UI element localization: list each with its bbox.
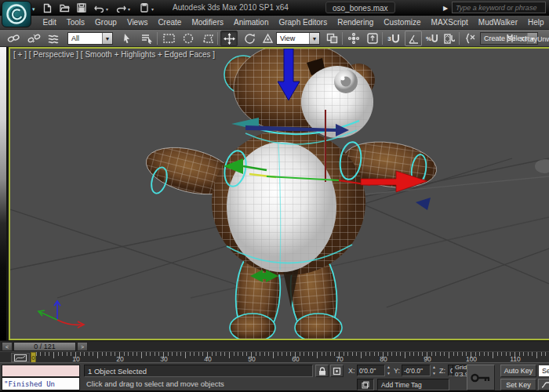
reference-coordsys-value: View — [280, 34, 309, 42]
status-bar: "Finished Un 1 Object Selected Click and… — [0, 362, 549, 392]
spinner-snap-icon[interactable] — [441, 31, 458, 46]
percent-snap-label: % — [426, 35, 431, 42]
circular-region-icon[interactable] — [180, 31, 197, 46]
reference-coordsys-select[interactable]: View ▼ — [276, 32, 320, 45]
3dsmax-window: Autodesk 3ds Max 2010 SP1 x64 oso_bones.… — [0, 0, 549, 392]
y-coord-label: Y: — [394, 367, 400, 375]
menu-customize[interactable]: Customize — [379, 18, 426, 27]
chevron-down-icon[interactable]: ▼ — [102, 33, 112, 44]
menu-animation[interactable]: Animation — [228, 18, 273, 27]
menu-tools[interactable]: Tools — [61, 18, 89, 27]
keyword-search-input[interactable] — [452, 2, 546, 13]
perspective-viewport[interactable]: [ + ] [ Perspective ] [ Smooth + Highlig… — [9, 47, 549, 340]
selection-filter-select[interactable]: All ▼ — [67, 32, 113, 45]
world-axis-tripod — [38, 301, 84, 328]
y-coord-field[interactable]: -0'0.0" — [402, 365, 431, 376]
chevron-down-icon[interactable]: ▼ — [309, 33, 319, 44]
selection-filter-value: All — [71, 34, 102, 42]
next-frame-button[interactable]: > — [77, 342, 88, 351]
selection-status: 1 Object Selected — [84, 365, 313, 377]
title-bar: Autodesk 3ds Max 2010 SP1 x64 oso_bones.… — [0, 0, 549, 16]
unlink-selection-icon[interactable] — [25, 31, 42, 46]
absolute-offset-mode-icon[interactable] — [330, 365, 344, 377]
keyable-select-value: Selected — [542, 367, 549, 375]
named-selection-sets-icon[interactable] — [462, 31, 479, 46]
application-menu-button[interactable] — [2, 1, 31, 27]
key-icon — [471, 372, 491, 383]
mini-curve-editor-button[interactable] — [11, 353, 30, 362]
prompt-line: Click and drag to select and move object… — [86, 379, 224, 388]
scene-canvas[interactable] — [10, 49, 549, 339]
select-and-rotate-icon[interactable] — [241, 31, 258, 46]
menu-mudwalker[interactable]: MudWalker — [473, 18, 522, 27]
y-spinner[interactable]: ▲▼ — [431, 365, 437, 376]
set-keys-button[interactable] — [467, 365, 495, 390]
x-spinner[interactable]: ▲▼ — [386, 365, 391, 376]
docked-toolbar-edge — [0, 47, 6, 340]
keyable-select[interactable]: Selected — [538, 365, 549, 377]
project-dropdown-icon[interactable]: ▾ — [151, 6, 154, 12]
3dsmax-logo-icon — [5, 3, 27, 25]
mirror-icon[interactable] — [502, 31, 519, 46]
time-slider-handle[interactable]: 0 / 121 — [13, 342, 76, 351]
fence-region-icon[interactable] — [199, 31, 216, 46]
menu-rendering[interactable]: Rendering — [333, 18, 379, 27]
menu-maxscript[interactable]: MAXScript — [426, 18, 473, 27]
time-tag-icon[interactable] — [357, 379, 374, 390]
z-coord-label: Z: — [439, 367, 445, 375]
selection-lock-icon[interactable] — [315, 365, 329, 377]
select-and-link-icon[interactable] — [5, 31, 22, 46]
menu-modifiers[interactable]: Modifiers — [187, 18, 229, 27]
wrist-bone-navy[interactable] — [416, 198, 431, 210]
snaps-toggle-3d-icon[interactable]: 3 — [385, 31, 402, 46]
percent-snap-icon[interactable]: % — [424, 31, 441, 46]
prev-frame-button[interactable]: < — [2, 342, 13, 351]
current-frame-marker[interactable]: 0 — [31, 352, 36, 363]
select-object-icon[interactable] — [118, 31, 135, 46]
redo-button[interactable] — [115, 2, 127, 13]
select-and-manipulate-icon[interactable] — [345, 31, 362, 46]
new-scene-button[interactable] — [41, 2, 53, 13]
open-file-button[interactable] — [58, 2, 71, 13]
menu-help[interactable]: Help — [523, 18, 549, 27]
angle-snap-icon[interactable] — [405, 31, 422, 46]
main-toolbar: All ▼ View ▼ — [0, 30, 549, 47]
set-key-button[interactable]: Set Key — [500, 379, 536, 390]
track-bar[interactable]: 0 10 20 30 40 50 60 70 80 90 100 110 — [0, 351, 549, 362]
menu-graph-editors[interactable]: Graph Editors — [274, 18, 333, 27]
menu-create[interactable]: Create — [153, 18, 187, 27]
select-and-move-icon[interactable] — [220, 31, 238, 46]
menu-edit[interactable]: Edit — [38, 18, 61, 27]
add-time-tag[interactable]: Add Time Tag — [377, 379, 449, 390]
redo-dropdown-icon[interactable]: ▾ — [128, 6, 130, 12]
xray-unwrap-button[interactable]: XRayUnwra — [520, 35, 549, 43]
menu-views[interactable]: Views — [122, 18, 153, 27]
keyboard-override-icon[interactable] — [364, 31, 381, 46]
select-by-name-icon[interactable] — [138, 31, 155, 46]
bind-to-spacewarp-icon[interactable] — [45, 31, 63, 46]
select-and-scale-icon[interactable] — [259, 31, 276, 46]
search-arrow-icon[interactable]: ▶ — [443, 5, 448, 12]
rectangular-region-icon[interactable] — [160, 31, 177, 46]
viewport-label[interactable]: [ + ] [ Perspective ] [ Smooth + Highlig… — [13, 50, 215, 59]
default-in-out-tangent-icon[interactable] — [538, 379, 549, 390]
project-folder-button[interactable] — [138, 2, 151, 13]
x-coord-field[interactable]: 0'0.0" — [357, 365, 385, 376]
use-pivot-center-icon[interactable] — [323, 31, 340, 46]
open-file-name: oso_bones.max — [325, 2, 395, 13]
maxscript-listener-input[interactable] — [2, 365, 80, 377]
save-file-button[interactable] — [75, 2, 88, 13]
window-title: Autodesk 3ds Max 2010 SP1 x64 — [173, 3, 289, 12]
auto-key-button[interactable]: Auto Key — [500, 365, 536, 377]
maxscript-listener-output[interactable]: "Finished Un — [2, 377, 80, 390]
time-slider: < 0 / 121 > — [0, 340, 549, 351]
menu-group[interactable]: Group — [90, 18, 122, 27]
menu-bar: Edit Tools Group Views Create Modifiers … — [0, 16, 549, 30]
logo-dropdown-icon[interactable]: ▾ — [32, 6, 35, 13]
undo-dropdown-icon[interactable]: ▾ — [106, 6, 108, 12]
undo-button[interactable] — [93, 2, 105, 13]
x-coord-label: X: — [348, 367, 355, 375]
